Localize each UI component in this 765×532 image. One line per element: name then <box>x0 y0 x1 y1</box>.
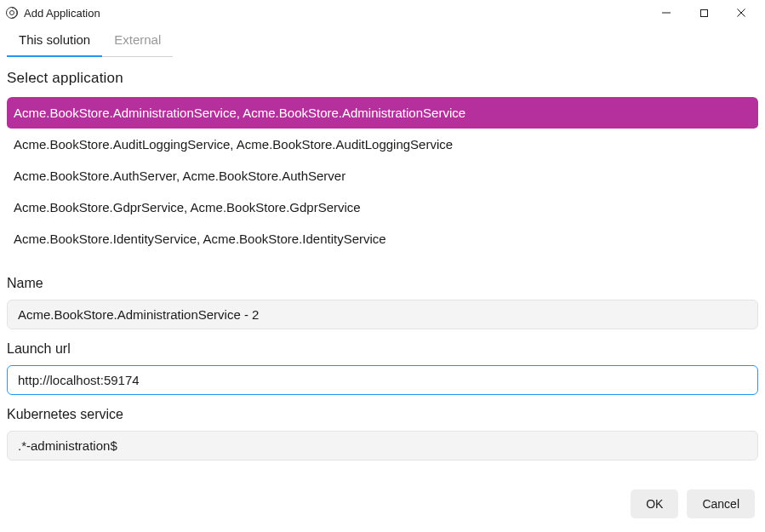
titlebar-left: Add Application <box>5 6 100 20</box>
kubernetes-service-input[interactable] <box>7 431 758 460</box>
maximize-button[interactable] <box>687 1 721 25</box>
list-item[interactable]: Acme.BookStore.GdprService, Acme.BookSto… <box>7 192 758 223</box>
window-title: Add Application <box>24 7 100 20</box>
ok-button[interactable]: OK <box>631 489 678 518</box>
application-list[interactable]: Acme.BookStore.AdministrationService, Ac… <box>7 97 758 264</box>
list-item[interactable]: Acme.BookStore.AuditLoggingService, Acme… <box>7 129 758 160</box>
tab-this-solution[interactable]: This solution <box>7 26 102 57</box>
svg-point-1 <box>10 11 14 15</box>
name-input[interactable] <box>7 300 758 329</box>
kubernetes-service-label: Kubernetes service <box>7 407 758 422</box>
list-item[interactable]: Acme.BookStore.AuthServer, Acme.BookStor… <box>7 160 758 192</box>
footer: OK Cancel <box>0 481 765 532</box>
content: Select application Acme.BookStore.Admini… <box>0 58 765 481</box>
launch-url-label: Launch url <box>7 341 758 357</box>
list-item[interactable]: Acme.BookStore.IdentityService, Acme.Boo… <box>7 223 758 255</box>
name-label: Name <box>7 276 758 291</box>
cancel-button[interactable]: Cancel <box>687 489 755 518</box>
application-list-wrapper: Acme.BookStore.AdministrationService, Ac… <box>7 97 758 264</box>
svg-rect-3 <box>700 9 707 16</box>
select-application-heading: Select application <box>7 70 758 87</box>
minimize-button[interactable] <box>649 1 683 25</box>
launch-url-input[interactable] <box>7 365 758 395</box>
close-button[interactable] <box>724 1 758 25</box>
tabs: This solution External <box>0 26 765 58</box>
app-icon <box>5 6 19 20</box>
window-controls <box>649 1 758 25</box>
titlebar: Add Application <box>0 0 765 26</box>
tab-external[interactable]: External <box>102 26 173 57</box>
list-item[interactable]: Acme.BookStore.AdministrationService, Ac… <box>7 97 758 129</box>
